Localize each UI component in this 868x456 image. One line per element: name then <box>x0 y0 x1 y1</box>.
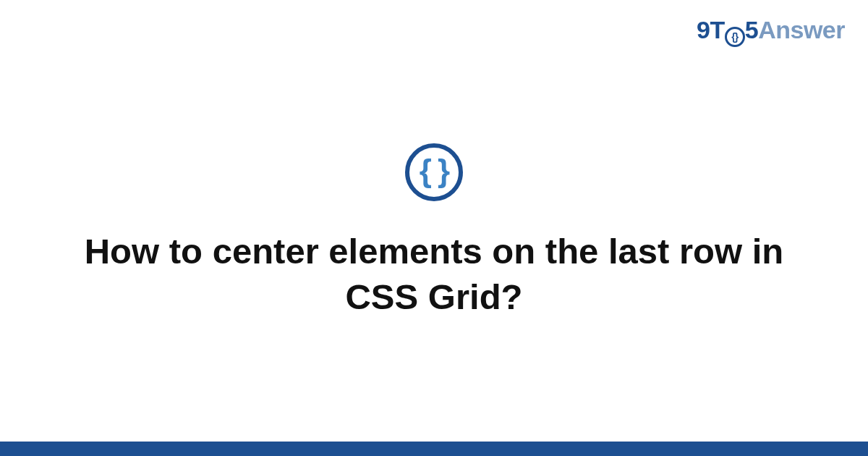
code-braces-icon: { } <box>405 143 463 201</box>
braces-glyph-icon: { } <box>420 155 448 187</box>
footer-accent-bar <box>0 442 868 456</box>
content-area: { } How to center elements on the last r… <box>0 0 868 442</box>
page-title: How to center elements on the last row i… <box>80 229 788 319</box>
